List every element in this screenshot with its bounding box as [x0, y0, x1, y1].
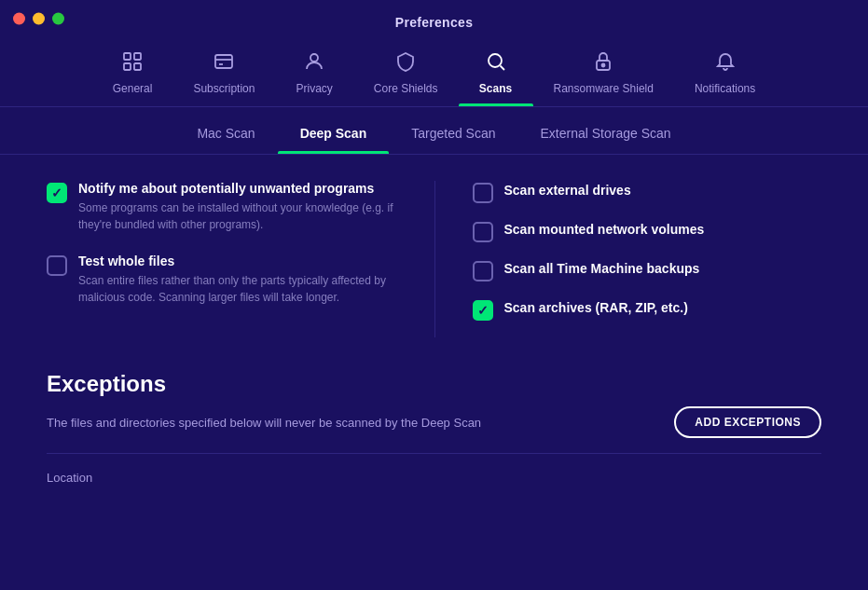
checkbox-notify-pup[interactable] [47, 183, 67, 203]
subscription-icon [213, 50, 235, 78]
nav-item-scans[interactable]: Scans [459, 43, 533, 106]
top-nav: General Subscription Privacy Core S [0, 37, 868, 107]
tab-deep-scan[interactable]: Deep Scan [278, 113, 390, 154]
option-notify-pup-text: Notify me about potentially unwanted pro… [78, 181, 395, 233]
option-notify-pup-desc: Some programs can be installed without y… [78, 199, 395, 233]
right-options: Scan external drives Scan mounted networ… [434, 181, 822, 337]
nav-item-ransomware-shield[interactable]: Ransomware Shield [533, 43, 674, 106]
svg-line-9 [500, 66, 504, 71]
option-test-whole-files-title: Test whole files [78, 254, 395, 268]
checkbox-test-whole-files[interactable] [47, 255, 67, 276]
checkbox-scan-mounted-network[interactable] [473, 222, 493, 242]
exceptions-row: The files and directories specified belo… [47, 406, 821, 438]
maximize-button[interactable] [52, 13, 64, 25]
minimize-button[interactable] [33, 13, 45, 25]
general-label: General [113, 82, 153, 95]
svg-rect-4 [215, 55, 232, 68]
core-shields-label: Core Shields [374, 82, 438, 95]
checkbox-scan-time-machine[interactable] [473, 261, 493, 281]
add-exceptions-button[interactable]: ADD EXCEPTIONS [674, 406, 821, 438]
traffic-lights [13, 13, 64, 25]
general-icon [121, 50, 144, 78]
ransomware-shield-label: Ransomware Shield [554, 82, 654, 95]
svg-rect-1 [134, 53, 141, 60]
option-scan-archives-title: Scan archives (RAR, ZIP, etc.) [504, 300, 688, 315]
tab-mac-scan[interactable]: Mac Scan [174, 113, 277, 154]
close-button[interactable] [13, 13, 25, 25]
notifications-icon [714, 50, 737, 78]
svg-rect-0 [124, 53, 131, 60]
option-scan-external-drives: Scan external drives [473, 181, 822, 203]
svg-point-11 [602, 64, 605, 67]
title-bar: Preferences [0, 0, 868, 37]
option-notify-pup-title: Notify me about potentially unwanted pro… [78, 181, 395, 196]
nav-item-notifications[interactable]: Notifications [674, 43, 776, 106]
exceptions-section: Exceptions The files and directories spe… [47, 371, 821, 492]
scans-label: Scans [479, 82, 512, 95]
option-test-whole-files-desc: Scan entire files rather than only the p… [78, 272, 395, 306]
option-scan-time-machine-title: Scan all Time Machine backups [504, 261, 700, 276]
main-content: Notify me about potentially unwanted pro… [0, 155, 868, 518]
nav-item-general[interactable]: General [92, 43, 173, 106]
svg-rect-3 [134, 63, 141, 70]
options-grid: Notify me about potentially unwanted pro… [47, 181, 821, 337]
svg-point-8 [489, 54, 502, 67]
exceptions-title: Exceptions [47, 371, 821, 397]
subscription-label: Subscription [193, 82, 255, 95]
option-scan-time-machine: Scan all Time Machine backups [473, 259, 822, 281]
exceptions-table: Location [47, 453, 821, 492]
tab-targeted-scan[interactable]: Targeted Scan [389, 113, 517, 154]
window-title: Preferences [395, 15, 473, 30]
privacy-label: Privacy [296, 82, 332, 95]
exceptions-table-header: Location [47, 463, 821, 492]
sub-tabs: Mac Scan Deep Scan Targeted Scan Externa… [0, 113, 868, 155]
exceptions-desc: The files and directories specified belo… [47, 416, 481, 430]
core-shields-icon [394, 50, 417, 78]
ransomware-shield-icon [592, 50, 614, 78]
option-scan-external-drives-title: Scan external drives [504, 183, 631, 198]
option-scan-mounted-network-title: Scan mounted network volumes [504, 222, 705, 237]
nav-item-privacy[interactable]: Privacy [275, 43, 352, 106]
nav-item-subscription[interactable]: Subscription [172, 43, 275, 106]
checkbox-scan-external-drives[interactable] [473, 183, 493, 203]
left-options: Notify me about potentially unwanted pro… [47, 181, 434, 337]
option-test-whole-files-text: Test whole files Scan entire files rathe… [78, 254, 395, 306]
nav-item-core-shields[interactable]: Core Shields [353, 43, 459, 106]
col-location-header: Location [47, 471, 92, 485]
privacy-icon [303, 50, 325, 78]
option-test-whole-files: Test whole files Scan entire files rathe… [47, 254, 397, 306]
option-scan-archives: Scan archives (RAR, ZIP, etc.) [473, 298, 822, 321]
notifications-label: Notifications [695, 82, 755, 95]
svg-point-7 [310, 54, 318, 62]
svg-rect-2 [124, 63, 131, 70]
scans-icon [485, 50, 507, 78]
option-scan-mounted-network: Scan mounted network volumes [473, 220, 822, 242]
option-notify-pup: Notify me about potentially unwanted pro… [47, 181, 397, 233]
checkbox-scan-archives[interactable] [473, 300, 493, 321]
tab-external-storage-scan[interactable]: External Storage Scan [518, 113, 694, 154]
